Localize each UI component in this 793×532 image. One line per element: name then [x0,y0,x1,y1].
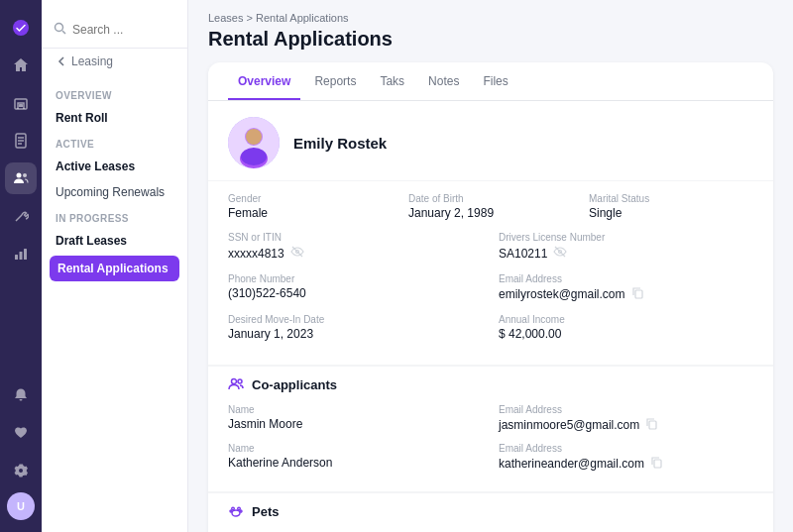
sidebar-item-rental-applications[interactable]: Rental Applications [50,256,179,281]
marital-field: Marital Status Single [589,193,753,220]
sidebar-item-upcoming-renewals[interactable]: Upcoming Renewals [42,179,187,205]
fields-row-3: Phone Number (310)522-6540 Email Address… [228,273,753,302]
coapplicant-1-copy-icon[interactable] [645,417,658,433]
ssn-value: xxxxx4813 [228,245,483,262]
svg-rect-6 [15,255,18,260]
svg-point-25 [230,510,232,512]
coapplicants-list: Name Jasmin Moore Email Address jasminmo… [208,398,773,492]
tabs-bar: Overview Reports Taks Notes Files [208,62,773,101]
movein-value: January 1, 2023 [228,327,483,341]
svg-point-14 [241,148,267,165]
sidebar-item-rent-roll[interactable]: Rent Roll [42,105,187,131]
sidebar-item-active-leases[interactable]: Active Leases [42,154,187,179]
main-card: Overview Reports Taks Notes Files [208,62,773,532]
svg-point-4 [17,173,22,178]
heart-icon[interactable] [5,417,37,449]
ssn-mask-icon[interactable] [290,245,304,262]
coapplicant-2-name-value: Katherine Anderson [228,456,483,470]
applicant-fields: Gender Female Date of Birth January 2, 1… [208,181,773,366]
search-icon [54,22,66,38]
coapplicant-2-email-field: Email Address katherineander@gmail.com [499,443,753,472]
section-label-overview: Overview [42,82,187,105]
drivers-field: Drivers License Number SA10211 [499,232,753,262]
tab-notes[interactable]: Notes [418,62,469,100]
dob-value: January 2, 1989 [408,206,573,220]
back-label: Leasing [71,54,113,68]
building-icon[interactable] [5,87,37,119]
email-copy-icon[interactable] [631,286,644,302]
coapplicant-2-email-label: Email Address [499,443,753,454]
breadcrumb: Leases > Rental Applications [208,12,773,24]
marital-value: Single [589,206,753,220]
phone-field: Phone Number (310)522-6540 [228,273,483,302]
tool-icon[interactable] [5,200,37,232]
fields-row-2: SSN or ITIN xxxxx4813 [228,232,753,262]
svg-rect-8 [24,249,27,260]
marital-label: Marital Status [589,193,753,204]
svg-rect-20 [649,421,656,429]
svg-rect-21 [654,460,661,468]
svg-point-22 [232,510,240,516]
document-icon[interactable] [5,125,37,157]
dob-label: Date of Birth [408,193,573,204]
chart-icon[interactable] [5,238,37,269]
profile-header: Emily Rostek [208,101,773,181]
email-text: emilyrostek@gmail.com [499,287,625,301]
ssn-text: xxxxx4813 [228,247,284,261]
gear-icon[interactable] [5,455,37,486]
coapplicant-2-email-text: katherineander@gmail.com [499,457,644,471]
coapplicant-1-name-value: Jasmin Moore [228,417,483,431]
tab-taks[interactable]: Taks [370,62,414,100]
content-area: Overview Reports Taks Notes Files [188,51,793,532]
pets-list: Name Momo Type Grey Cat (British Shorts)… [208,525,773,532]
dob-field: Date of Birth January 2, 1989 [408,193,573,220]
tab-overview[interactable]: Overview [228,62,300,100]
back-button[interactable]: Leasing [42,49,187,74]
search-bar [42,12,187,49]
svg-rect-17 [635,290,642,298]
coapplicant-2-copy-icon[interactable] [650,456,663,472]
coapplicants-label: Co-applicants [252,377,337,392]
svg-point-23 [232,507,235,510]
coapplicant-1-email-field: Email Address jasminmoore5@gmail.com [499,404,753,433]
people-icon[interactable] [5,162,37,194]
section-label-active: Active [42,131,187,154]
tab-reports[interactable]: Reports [304,62,366,100]
search-input[interactable] [72,23,175,37]
movein-field: Desired Move-In Date January 1, 2023 [228,314,483,341]
pets-header: Pets [208,492,773,525]
applicant-name: Emily Rostek [293,135,387,152]
coapplicant-1-email-text: jasminmoore5@gmail.com [499,418,639,432]
tab-files[interactable]: Files [473,62,517,100]
coapplicant-row-1: Name Jasmin Moore Email Address jasminmo… [228,404,753,433]
svg-point-19 [238,379,242,383]
breadcrumb-separator: > [247,12,253,24]
breadcrumb-parent[interactable]: Leases [208,12,243,24]
coapplicant-1-name-field: Name Jasmin Moore [228,404,483,433]
icon-sidebar: U [0,0,42,532]
drivers-value: SA10211 [499,245,753,262]
breadcrumb-current: Rental Applications [256,12,349,24]
email-value: emilyrostek@gmail.com [499,286,753,302]
applicant-avatar [228,117,280,168]
svg-point-18 [232,379,237,384]
email-label: Email Address [499,273,753,284]
svg-point-26 [240,510,242,512]
income-field: Annual Income $ 42,000.00 [499,314,753,341]
home-icon[interactable] [5,50,37,81]
income-value: $ 42,000.00 [499,327,753,341]
svg-point-5 [23,173,27,177]
svg-rect-7 [20,252,23,260]
top-bar: Leases > Rental Applications Rental Appl… [188,0,793,51]
fields-row-4: Desired Move-In Date January 1, 2023 Ann… [228,314,753,341]
bell-icon[interactable] [5,379,37,411]
user-avatar[interactable]: U [7,492,35,520]
sidebar-item-draft-leases[interactable]: Draft Leases [42,228,187,254]
coapplicant-1-email-value: jasminmoore5@gmail.com [499,417,753,433]
section-label-in-progress: In progress [42,205,187,228]
app-logo-icon[interactable] [5,12,37,44]
svg-point-24 [238,507,241,510]
drivers-mask-icon[interactable] [553,245,567,262]
gender-label: Gender [228,193,393,204]
drivers-label: Drivers License Number [499,232,753,243]
